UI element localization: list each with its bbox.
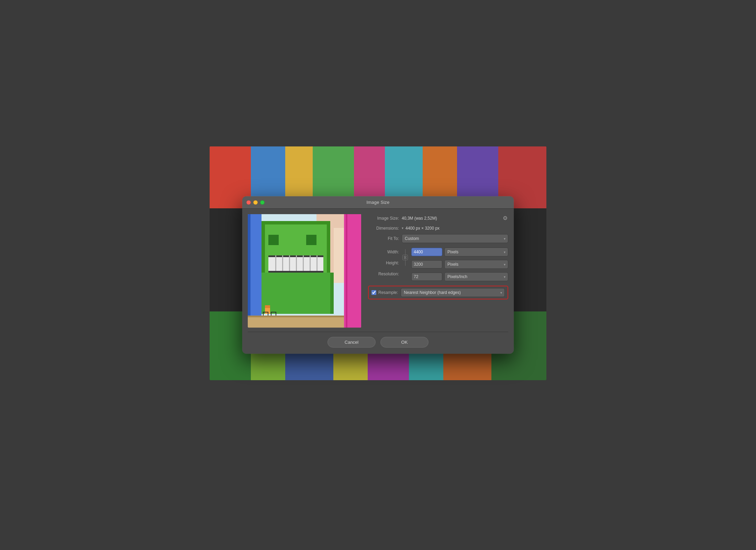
dimensions-label: Dimensions:	[368, 226, 399, 231]
svg-rect-53	[248, 316, 344, 317]
ok-button[interactable]: OK	[380, 337, 429, 348]
svg-rect-47	[248, 214, 251, 328]
preview-panel	[248, 214, 361, 328]
svg-rect-29	[268, 235, 279, 245]
svg-rect-26	[262, 224, 265, 276]
chain-icon	[402, 255, 408, 260]
dialog-title: Image Size	[366, 200, 389, 205]
settings-panel: Image Size: 40,3M (was 2,52M) ⚙ Dimensio…	[361, 209, 514, 328]
fit-to-label: Fit To:	[368, 236, 399, 241]
fit-to-select-wrapper: Custom Original Size US Paper ▾	[402, 234, 508, 243]
width-unit-select[interactable]: Pixels Percent Inches	[444, 248, 508, 256]
chain-bottom-line	[405, 260, 405, 266]
resample-checkbox[interactable]	[371, 290, 376, 295]
svg-rect-49	[265, 305, 270, 308]
resolution-unit-select[interactable]: Pixels/Inch Pixels/Centimeter	[444, 272, 508, 281]
svg-rect-34	[275, 255, 276, 271]
fit-to-select[interactable]: Custom Original Size US Paper	[402, 234, 508, 243]
height-input[interactable]	[411, 260, 442, 268]
whr-labels: Width: Height: Resolution:	[368, 246, 399, 282]
close-button[interactable]	[246, 200, 251, 205]
gear-button[interactable]: ⚙	[502, 214, 508, 222]
height-unit-wrapper: Pixels Percent Inches ▾	[444, 260, 508, 269]
svg-rect-38	[303, 255, 304, 271]
width-input-row: Pixels Percent Inches ▾	[411, 246, 508, 257]
svg-rect-55	[404, 258, 406, 259]
image-size-label: Image Size:	[368, 216, 399, 221]
resample-select[interactable]: Nearest Neighbor (hard edges) Bilinear B…	[401, 288, 505, 297]
resample-checkbox-label[interactable]: Resample:	[371, 290, 398, 295]
width-input[interactable]	[411, 248, 442, 256]
dialog-body: Image Size: 40,3M (was 2,52M) ⚙ Dimensio…	[242, 209, 514, 328]
dimensions-chevron[interactable]: ▾	[401, 226, 404, 231]
svg-rect-35	[282, 255, 283, 271]
resolution-label-cell: Resolution:	[368, 268, 399, 279]
svg-rect-43	[330, 273, 334, 314]
image-size-value: 40,3M (was 2,52M)	[402, 216, 501, 221]
svg-rect-36	[289, 255, 290, 271]
whr-inputs: Pixels Percent Inches ▾ Pixels	[411, 246, 508, 282]
fit-to-row: Fit To: Custom Original Size US Paper ▾	[368, 234, 508, 243]
maximize-button[interactable]	[260, 200, 265, 205]
svg-rect-39	[310, 255, 311, 271]
height-unit-select[interactable]: Pixels Percent Inches	[444, 260, 508, 269]
svg-rect-52	[248, 316, 344, 328]
dialog-window: Image Size	[242, 196, 514, 354]
height-label: Height:	[386, 261, 399, 265]
cancel-button[interactable]: Cancel	[327, 337, 376, 348]
height-label-cell: Height:	[368, 257, 399, 268]
svg-rect-33	[268, 271, 323, 273]
resample-row: Resample: Nearest Neighbor (hard edges) …	[368, 286, 508, 299]
svg-rect-30	[306, 235, 316, 245]
height-input-row: Pixels Percent Inches ▾	[411, 259, 508, 270]
resample-select-wrapper: Nearest Neighbor (hard edges) Bilinear B…	[401, 288, 505, 297]
resample-label: Resample:	[378, 290, 398, 295]
resolution-input[interactable]	[411, 273, 442, 281]
width-unit-wrapper: Pixels Percent Inches ▾	[444, 248, 508, 256]
svg-rect-37	[296, 255, 297, 271]
dimensions-row: Dimensions: ▾ 4400 px × 3200 px	[368, 226, 508, 231]
image-size-row: Image Size: 40,3M (was 2,52M) ⚙	[368, 214, 508, 222]
resolution-unit-wrapper: Pixels/Inch Pixels/Centimeter ▾	[444, 272, 508, 281]
width-label: Width:	[387, 250, 399, 254]
svg-rect-27	[327, 224, 330, 276]
chain-top-line	[405, 249, 405, 255]
dimension-inputs-section: Width: Height: Resolution:	[368, 246, 508, 282]
dimensions-value: 4400 px × 3200 px	[405, 226, 440, 231]
width-label-cell: Width:	[368, 246, 399, 257]
minimize-button[interactable]	[253, 200, 258, 205]
svg-rect-25	[262, 221, 330, 224]
resolution-input-row: Pixels/Inch Pixels/Centimeter ▾	[411, 271, 508, 282]
chain-link-area	[400, 246, 410, 282]
title-bar: Image Size	[242, 196, 514, 209]
traffic-lights	[246, 200, 265, 205]
svg-rect-45	[346, 214, 347, 328]
svg-rect-40	[316, 255, 318, 271]
preview-image	[248, 214, 361, 328]
resolution-label: Resolution:	[378, 272, 399, 276]
buttons-area: Cancel OK	[242, 332, 514, 354]
svg-rect-54	[404, 256, 406, 257]
